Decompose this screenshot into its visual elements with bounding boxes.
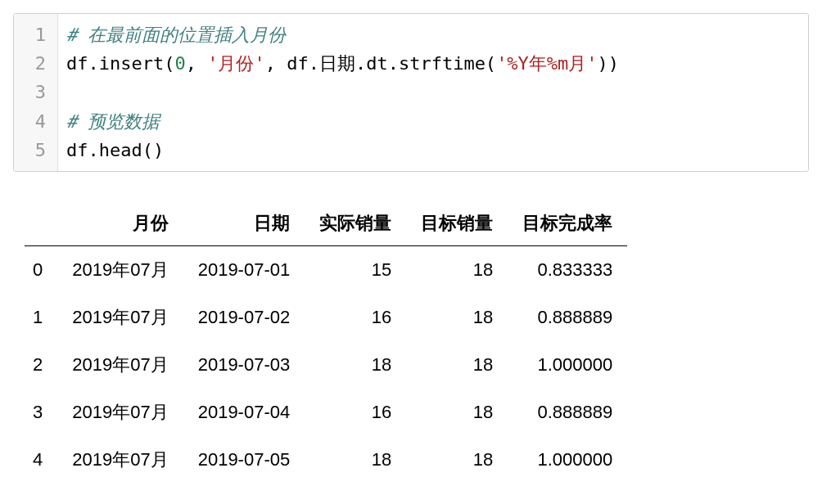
cell-month: 2019年07月 — [57, 294, 183, 341]
cell-month: 2019年07月 — [57, 341, 183, 389]
cell-actual: 18 — [305, 341, 406, 389]
table-row: 3 2019年07月 2019-07-04 16 18 0.888889 — [25, 389, 627, 436]
col-header: 日期 — [183, 203, 305, 246]
line-number: 1 — [14, 20, 57, 49]
row-index: 1 — [25, 294, 57, 341]
cell-target: 18 — [406, 294, 508, 341]
code-comment: # 预览数据 — [66, 111, 160, 132]
line-number: 2 — [14, 49, 57, 78]
col-header: 月份 — [57, 203, 183, 246]
code-content[interactable]: # 在最前面的位置插入月份 df.insert(0, '月份', df.日期.d… — [58, 14, 630, 171]
line-number-gutter: 1 2 3 4 5 — [14, 14, 58, 171]
table-row: 4 2019年07月 2019-07-05 18 18 1.000000 — [25, 436, 627, 484]
dataframe-table: 月份 日期 实际销量 目标销量 目标完成率 0 2019年07月 2019-07… — [25, 203, 627, 484]
col-header: 目标销量 — [406, 203, 508, 246]
cell-rate: 0.833333 — [508, 245, 627, 294]
row-index: 4 — [25, 436, 57, 484]
cell-target: 18 — [406, 436, 508, 484]
cell-target: 18 — [406, 245, 508, 294]
code-token: df.head() — [66, 140, 164, 160]
cell-rate: 1.000000 — [508, 341, 627, 389]
cell-date: 2019-07-05 — [183, 436, 305, 484]
table-row: 0 2019年07月 2019-07-01 15 18 0.833333 — [25, 245, 627, 294]
cell-actual: 16 — [305, 294, 406, 341]
code-token: df.insert( — [66, 53, 174, 74]
cell-rate: 0.888889 — [508, 389, 627, 436]
cell-date: 2019-07-04 — [183, 389, 305, 436]
cell-actual: 15 — [305, 245, 406, 294]
table-row: 1 2019年07月 2019-07-02 16 18 0.888889 — [25, 294, 627, 341]
cell-target: 18 — [406, 341, 508, 389]
line-number: 3 — [14, 78, 57, 106]
cell-date: 2019-07-03 — [183, 341, 305, 389]
cell-rate: 0.888889 — [508, 294, 627, 341]
code-number: 0 — [174, 53, 185, 74]
code-token: , df.日期.dt.strftime( — [265, 53, 496, 74]
col-header: 实际销量 — [305, 203, 406, 246]
index-header — [25, 203, 57, 246]
cell-month: 2019年07月 — [57, 245, 183, 294]
code-string: '月份' — [207, 53, 265, 74]
cell-rate: 1.000000 — [508, 436, 627, 484]
cell-actual: 18 — [305, 436, 406, 484]
header-row: 月份 日期 实际销量 目标销量 目标完成率 — [25, 203, 627, 246]
row-index: 3 — [25, 389, 57, 436]
table-row: 2 2019年07月 2019-07-03 18 18 1.000000 — [25, 341, 627, 389]
code-token: )) — [598, 53, 620, 74]
code-token: , — [186, 53, 208, 74]
cell-target: 18 — [406, 389, 508, 436]
code-cell: 1 2 3 4 5 # 在最前面的位置插入月份 df.insert(0, '月份… — [13, 13, 809, 172]
cell-month: 2019年07月 — [57, 389, 183, 436]
code-string: '%Y年%m月' — [496, 53, 597, 74]
code-comment: # 在最前面的位置插入月份 — [66, 25, 287, 45]
cell-date: 2019-07-02 — [183, 294, 305, 341]
line-number: 5 — [14, 136, 57, 164]
output-area: 月份 日期 实际销量 目标销量 目标完成率 0 2019年07月 2019-07… — [13, 203, 809, 484]
cell-month: 2019年07月 — [57, 436, 183, 484]
line-number: 4 — [14, 107, 57, 136]
row-index: 2 — [25, 341, 57, 389]
row-index: 0 — [25, 245, 57, 294]
cell-date: 2019-07-01 — [183, 245, 305, 294]
col-header: 目标完成率 — [508, 203, 627, 246]
cell-actual: 16 — [305, 389, 406, 436]
